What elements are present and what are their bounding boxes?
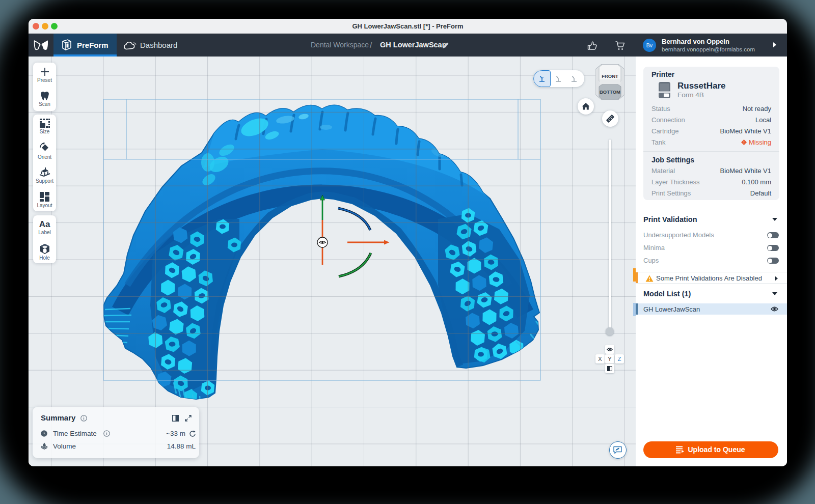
svg-text:BOTTOM: BOTTOM [600,89,620,95]
svg-text:FRONT: FRONT [602,73,618,79]
